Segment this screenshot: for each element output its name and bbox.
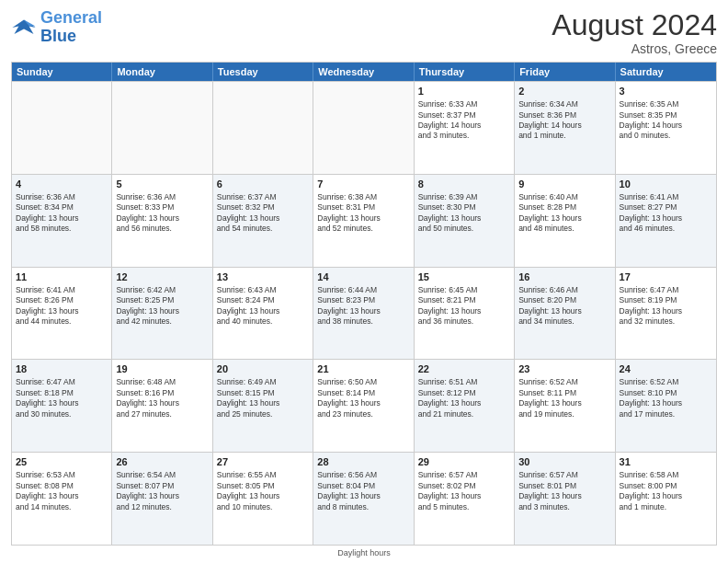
calendar-cell: 30Sunrise: 6:57 AM Sunset: 8:01 PM Dayli… [515, 453, 615, 545]
calendar-row: 18Sunrise: 6:47 AM Sunset: 8:18 PM Dayli… [12, 359, 716, 452]
calendar-cell: 13Sunrise: 6:43 AM Sunset: 8:24 PM Dayli… [213, 268, 313, 360]
calendar-cell: 20Sunrise: 6:49 AM Sunset: 8:15 PM Dayli… [213, 360, 313, 452]
day-info: Sunrise: 6:41 AM Sunset: 8:26 PM Dayligh… [16, 285, 108, 327]
day-number: 10 [620, 178, 712, 191]
page: General Blue August 2024 Astros, Greece … [0, 0, 728, 563]
day-info: Sunrise: 6:39 AM Sunset: 8:30 PM Dayligh… [418, 192, 510, 235]
calendar-cell: 1Sunrise: 6:33 AM Sunset: 8:37 PM Daylig… [415, 82, 515, 174]
calendar-cell: 11Sunrise: 6:41 AM Sunset: 8:26 PM Dayli… [12, 268, 112, 360]
day-number: 3 [620, 85, 712, 98]
calendar-cell: 23Sunrise: 6:52 AM Sunset: 8:11 PM Dayli… [515, 360, 615, 452]
day-info: Sunrise: 6:37 AM Sunset: 8:32 PM Dayligh… [217, 192, 309, 235]
svg-marker-0 [12, 19, 35, 33]
day-number: 7 [317, 178, 409, 191]
day-number: 1 [418, 85, 510, 98]
day-info: Sunrise: 6:47 AM Sunset: 8:19 PM Dayligh… [620, 285, 712, 327]
calendar-cell: 25Sunrise: 6:53 AM Sunset: 8:08 PM Dayli… [12, 453, 112, 545]
calendar-cell: 28Sunrise: 6:56 AM Sunset: 8:04 PM Dayli… [313, 453, 414, 545]
day-info: Sunrise: 6:41 AM Sunset: 8:27 PM Dayligh… [620, 192, 712, 235]
day-info: Sunrise: 6:45 AM Sunset: 8:21 PM Dayligh… [418, 285, 510, 327]
day-info: Sunrise: 6:58 AM Sunset: 8:00 PM Dayligh… [620, 470, 712, 512]
day-number: 21 [317, 362, 409, 376]
day-number: 2 [518, 85, 610, 98]
calendar-cell [313, 82, 414, 174]
footer-note: Daylight hours [11, 548, 717, 557]
day-number: 23 [518, 362, 610, 376]
day-info: Sunrise: 6:56 AM Sunset: 8:04 PM Dayligh… [317, 470, 409, 512]
day-number: 31 [620, 455, 712, 469]
calendar-cell: 5Sunrise: 6:36 AM Sunset: 8:33 PM Daylig… [112, 175, 212, 267]
logo-line1: General [40, 8, 102, 27]
calendar-cell: 29Sunrise: 6:57 AM Sunset: 8:02 PM Dayli… [415, 453, 515, 545]
day-info: Sunrise: 6:44 AM Sunset: 8:23 PM Dayligh… [317, 285, 409, 327]
calendar-cell: 26Sunrise: 6:54 AM Sunset: 8:07 PM Dayli… [112, 453, 212, 545]
calendar-header-cell: Monday [112, 63, 212, 81]
day-info: Sunrise: 6:33 AM Sunset: 8:37 PM Dayligh… [418, 99, 510, 142]
calendar-cell: 3Sunrise: 6:35 AM Sunset: 8:35 PM Daylig… [616, 82, 716, 174]
day-info: Sunrise: 6:40 AM Sunset: 8:28 PM Dayligh… [518, 192, 610, 235]
day-info: Sunrise: 6:42 AM Sunset: 8:25 PM Dayligh… [116, 285, 208, 327]
day-info: Sunrise: 6:53 AM Sunset: 8:08 PM Dayligh… [16, 470, 108, 512]
day-info: Sunrise: 6:43 AM Sunset: 8:24 PM Dayligh… [217, 285, 309, 327]
calendar-cell: 16Sunrise: 6:46 AM Sunset: 8:20 PM Dayli… [515, 268, 615, 360]
day-info: Sunrise: 6:52 AM Sunset: 8:10 PM Dayligh… [620, 377, 712, 419]
day-number: 15 [418, 270, 510, 284]
day-info: Sunrise: 6:36 AM Sunset: 8:34 PM Dayligh… [16, 192, 108, 235]
day-info: Sunrise: 6:54 AM Sunset: 8:07 PM Dayligh… [116, 470, 208, 512]
calendar-cell: 7Sunrise: 6:38 AM Sunset: 8:31 PM Daylig… [313, 175, 414, 267]
calendar-header-cell: Saturday [616, 63, 716, 81]
calendar-cell: 21Sunrise: 6:50 AM Sunset: 8:14 PM Dayli… [313, 360, 414, 452]
day-number: 19 [116, 362, 208, 376]
day-number: 20 [217, 362, 309, 376]
calendar-cell: 17Sunrise: 6:47 AM Sunset: 8:19 PM Dayli… [616, 268, 716, 360]
calendar-cell [12, 82, 112, 174]
logo: General Blue [11, 9, 102, 46]
day-number: 25 [16, 455, 108, 469]
day-number: 26 [116, 455, 208, 469]
calendar-body: 1Sunrise: 6:33 AM Sunset: 8:37 PM Daylig… [12, 81, 716, 545]
calendar-cell: 15Sunrise: 6:45 AM Sunset: 8:21 PM Dayli… [415, 268, 515, 360]
day-info: Sunrise: 6:55 AM Sunset: 8:05 PM Dayligh… [217, 470, 309, 512]
day-info: Sunrise: 6:47 AM Sunset: 8:18 PM Dayligh… [16, 377, 108, 419]
day-number: 4 [16, 178, 108, 191]
day-number: 16 [518, 270, 610, 284]
day-number: 13 [217, 270, 309, 284]
day-number: 14 [317, 270, 409, 284]
calendar: SundayMondayTuesdayWednesdayThursdayFrid… [11, 62, 717, 546]
calendar-cell: 19Sunrise: 6:48 AM Sunset: 8:16 PM Dayli… [112, 360, 212, 452]
calendar-header: SundayMondayTuesdayWednesdayThursdayFrid… [12, 63, 716, 81]
day-info: Sunrise: 6:51 AM Sunset: 8:12 PM Dayligh… [418, 377, 510, 419]
calendar-row: 25Sunrise: 6:53 AM Sunset: 8:08 PM Dayli… [12, 452, 716, 545]
daylight-label: Daylight hours [337, 548, 391, 557]
day-number: 29 [418, 455, 510, 469]
calendar-cell: 22Sunrise: 6:51 AM Sunset: 8:12 PM Dayli… [415, 360, 515, 452]
calendar-row: 4Sunrise: 6:36 AM Sunset: 8:34 PM Daylig… [12, 174, 716, 267]
calendar-cell: 8Sunrise: 6:39 AM Sunset: 8:30 PM Daylig… [415, 175, 515, 267]
calendar-header-cell: Wednesday [313, 63, 414, 81]
calendar-cell: 9Sunrise: 6:40 AM Sunset: 8:28 PM Daylig… [515, 175, 615, 267]
calendar-cell [112, 82, 212, 174]
header: General Blue August 2024 Astros, Greece [11, 9, 717, 56]
calendar-cell: 24Sunrise: 6:52 AM Sunset: 8:10 PM Dayli… [616, 360, 716, 452]
day-number: 27 [217, 455, 309, 469]
day-number: 12 [116, 270, 208, 284]
title-block: August 2024 Astros, Greece [552, 9, 717, 56]
day-number: 18 [16, 362, 108, 376]
day-info: Sunrise: 6:52 AM Sunset: 8:11 PM Dayligh… [518, 377, 610, 419]
day-number: 17 [620, 270, 712, 284]
calendar-cell: 6Sunrise: 6:37 AM Sunset: 8:32 PM Daylig… [213, 175, 313, 267]
day-number: 5 [116, 178, 208, 191]
calendar-cell: 27Sunrise: 6:55 AM Sunset: 8:05 PM Dayli… [213, 453, 313, 545]
day-number: 9 [518, 178, 610, 191]
day-number: 30 [518, 455, 610, 469]
day-number: 22 [418, 362, 510, 376]
day-info: Sunrise: 6:57 AM Sunset: 8:01 PM Dayligh… [518, 470, 610, 512]
calendar-row: 1Sunrise: 6:33 AM Sunset: 8:37 PM Daylig… [12, 81, 716, 174]
logo-text: General Blue [40, 9, 102, 46]
day-info: Sunrise: 6:50 AM Sunset: 8:14 PM Dayligh… [317, 377, 409, 419]
day-info: Sunrise: 6:57 AM Sunset: 8:02 PM Dayligh… [418, 470, 510, 512]
day-info: Sunrise: 6:35 AM Sunset: 8:35 PM Dayligh… [620, 99, 712, 142]
calendar-header-cell: Sunday [12, 63, 112, 81]
day-info: Sunrise: 6:46 AM Sunset: 8:20 PM Dayligh… [518, 285, 610, 327]
calendar-cell: 31Sunrise: 6:58 AM Sunset: 8:00 PM Dayli… [616, 453, 716, 545]
